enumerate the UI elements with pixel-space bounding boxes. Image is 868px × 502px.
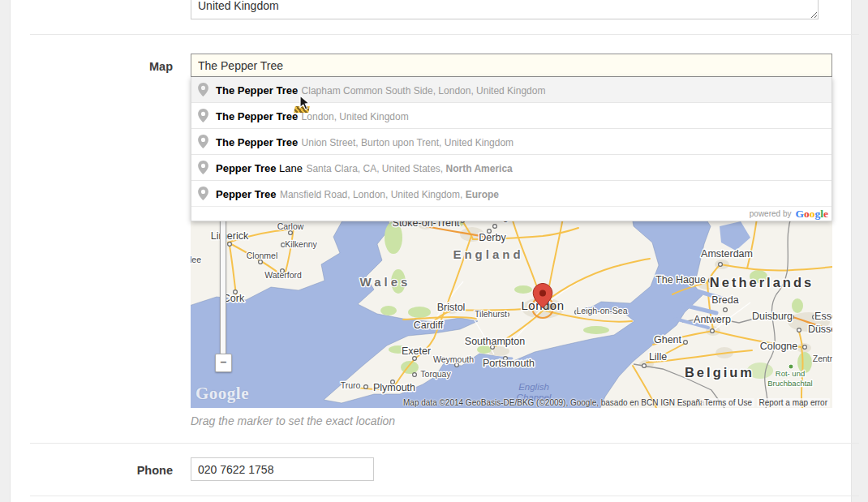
section-divider [30, 496, 859, 496]
svg-text:Bruchbachtal: Bruchbachtal [767, 379, 812, 388]
suggestion-item[interactable]: Pepper Tree Lane Santa Clara, CA, United… [191, 154, 831, 180]
map-attribution: Map data ©2014 GeoBasis-DE/BKG (©2009), … [403, 398, 705, 407]
svg-text:Rot- und: Rot- und [776, 369, 805, 378]
suggestion-item[interactable]: The Pepper Tree Union Street, Burton upo… [191, 128, 831, 154]
suggestion-secondary-text: Clapham Common South Side, London, Unite… [302, 85, 546, 97]
svg-text:England: England [453, 247, 523, 261]
svg-text:Netherlands: Netherlands [710, 275, 814, 290]
location-pin-icon [198, 135, 208, 148]
svg-text:Ghent: Ghent [654, 334, 682, 345]
svg-text:Exeter: Exeter [402, 345, 431, 357]
suggestion-region-text: North America [446, 163, 513, 174]
suggestion-secondary-text: London, United Kingdom [302, 111, 409, 122]
svg-text:Wales: Wales [360, 275, 411, 289]
location-pin-icon [198, 161, 208, 174]
suggestion-secondary-text: Mansfield Road, London, United Kingdom, [280, 189, 466, 200]
suggestion-main-text: Pepper Tree [216, 188, 276, 200]
svg-text:Duisburg: Duisburg [752, 311, 793, 322]
location-pin-icon [198, 187, 208, 200]
svg-text:Truro: Truro [341, 380, 361, 390]
section-divider [30, 443, 859, 444]
powered-by-row: powered by Google [191, 206, 831, 221]
svg-text:Waterford: Waterford [264, 270, 302, 280]
svg-text:Weymouth: Weymouth [433, 354, 474, 364]
svg-text:Cardiff: Cardiff [414, 320, 444, 331]
suggestion-main-text: The Pepper Tree [216, 110, 298, 122]
suggestion-list: The Pepper Tree Clapham Common South Sid… [191, 77, 831, 206]
svg-text:Breda: Breda [711, 294, 738, 306]
svg-text:Antwerp: Antwerp [694, 314, 731, 325]
content-panel: United Kingdom Map [10, 0, 852, 502]
suggestion-item[interactable]: The Pepper Tree Clapham Common South Sid… [191, 77, 831, 102]
suggestion-extra-text: Lane [276, 162, 303, 174]
svg-text:Zentr: Zentr [813, 354, 832, 363]
svg-text:Plymouth: Plymouth [373, 382, 415, 393]
phone-field-label: Phone [11, 464, 173, 477]
svg-text:Cologne: Cologne [760, 341, 798, 352]
terms-of-use-link[interactable]: Terms of Use [702, 398, 754, 407]
svg-text:Clonmel: Clonmel [247, 251, 278, 260]
suggestion-main-text: The Pepper Tree [216, 84, 298, 97]
svg-text:Amsterdam: Amsterdam [701, 248, 753, 260]
phone-input[interactable] [191, 457, 374, 481]
svg-text:Tilehurst: Tilehurst [475, 309, 507, 319]
autocomplete-dropdown: The Pepper Tree Clapham Common South Sid… [191, 77, 832, 221]
svg-text:Carlow: Carlow [277, 221, 304, 231]
svg-text:Southampton: Southampton [465, 336, 525, 347]
svg-text:The Hague: The Hague [655, 274, 706, 285]
map-search-input[interactable] [191, 54, 832, 77]
google-logo: Google [795, 208, 828, 221]
section-divider [30, 34, 859, 35]
map-drag-hint: Drag the marker to set the exact locatio… [191, 414, 395, 427]
svg-text:Leigh-on-Sea: Leigh-on-Sea [576, 306, 627, 315]
google-watermark: Google [196, 384, 249, 404]
suggestion-main-text: The Pepper Tree [216, 136, 298, 148]
svg-text:Lille: Lille [649, 351, 667, 363]
svg-text:lee: lee [191, 255, 201, 264]
svg-text:Düssel: Düssel [808, 324, 832, 335]
svg-text:Torquay: Torquay [420, 369, 451, 379]
suggestion-item[interactable]: The Pepper Tree London, United Kingdom [191, 102, 831, 128]
suggestion-secondary-text: Santa Clara, CA, United States, [306, 163, 445, 174]
svg-text:Esse: Esse [814, 311, 832, 322]
location-pin-icon [198, 83, 208, 97]
svg-text:Derby: Derby [479, 232, 506, 243]
report-map-error-link[interactable]: Report a map error [757, 398, 830, 407]
suggestion-item[interactable]: Pepper Tree Mansfield Road, London, Unit… [191, 180, 831, 206]
suggestion-region-text: Europe [466, 189, 499, 200]
suggestion-secondary-text: Union Street, Burton upon Trent, United … [302, 137, 514, 148]
svg-text:Kilkenny: Kilkenny [285, 239, 317, 249]
zoom-out-button[interactable]: – [215, 354, 232, 372]
map-field-label: Map [11, 60, 173, 73]
svg-text:Bristol: Bristol [437, 302, 466, 313]
suggestion-main-text: Pepper Tree [216, 162, 276, 174]
svg-text:English: English [518, 382, 549, 392]
svg-text:Limerick: Limerick [211, 230, 249, 242]
country-field[interactable]: United Kingdom [191, 0, 819, 19]
svg-text:Belgium: Belgium [685, 365, 754, 380]
powered-by-label: powered by [750, 209, 792, 218]
svg-text:Portsmouth: Portsmouth [483, 358, 535, 369]
location-pin-icon [198, 109, 208, 122]
